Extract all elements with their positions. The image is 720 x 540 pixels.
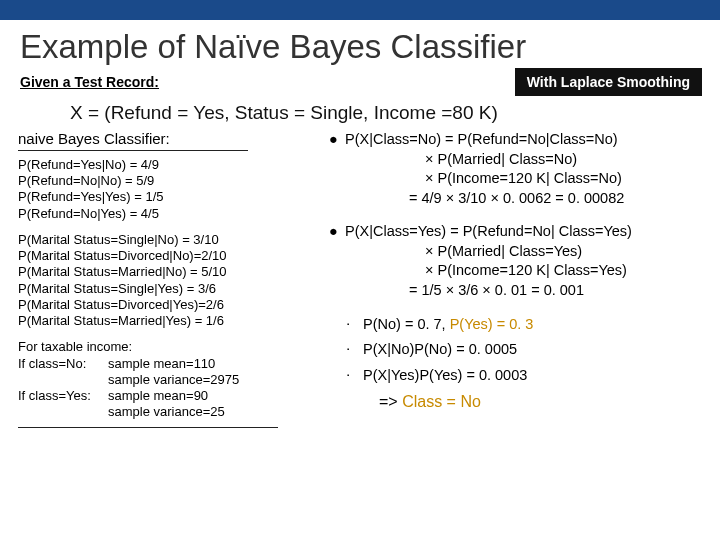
- refund-line: P(Refund=Yes|Yes) = 1/5: [18, 189, 323, 205]
- top-accent-bar: [0, 0, 720, 20]
- post-yes: P(X|Yes)P(Yes) = 0. 0003: [363, 366, 706, 386]
- income-yes-mean: sample mean=90: [108, 388, 225, 404]
- slide-root: Example of Naïve Bayes Classifier Given …: [0, 0, 720, 540]
- bullet-icon: ●: [329, 130, 345, 208]
- content-columns: naive Bayes Classifier: P(Refund=Yes|No)…: [0, 130, 720, 438]
- refund-line: P(Refund=No|Yes) = 4/5: [18, 206, 323, 222]
- marital-line: P(Marital Status=Single|No) = 3/10: [18, 232, 323, 248]
- prior-yes: P(Yes) = 0. 3: [450, 316, 534, 332]
- marital-line: P(Marital Status=Single|Yes) = 3/6: [18, 281, 323, 297]
- nb-header: naive Bayes Classifier:: [18, 130, 248, 151]
- right-column: ● P(X|Class=No) = P(Refund=No|Class=No) …: [323, 130, 706, 438]
- bullet-open-icon: ▪: [329, 340, 363, 360]
- marital-line: P(Marital Status=Divorced|No)=2/10: [18, 248, 323, 264]
- calc-yes-l2: × P(Married| Class=Yes): [345, 242, 706, 262]
- calc-no-l3: × P(Income=120 K| Class=No): [345, 169, 706, 189]
- calc-no-item: ● P(X|Class=No) = P(Refund=No|Class=No) …: [329, 130, 706, 208]
- calc-no-l1: P(X|Class=No) = P(Refund=No|Class=No): [345, 130, 706, 150]
- conclusion: => Class = No: [329, 391, 706, 413]
- income-header: For taxable income:: [18, 339, 323, 355]
- refund-line: P(Refund=Yes|No) = 4/9: [18, 157, 323, 173]
- income-yes-label: If class=Yes:: [18, 388, 108, 421]
- calc-yes-l4: = 1/5 × 3/6 × 0. 01 = 0. 001: [345, 281, 706, 301]
- bullet-open-icon: ▪: [329, 366, 363, 386]
- marital-line: P(Marital Status=Married|Yes) = 1/6: [18, 313, 323, 329]
- refund-line: P(Refund=No|No) = 5/9: [18, 173, 323, 189]
- post-no-item: ▪ P(X|No)P(No) = 0. 0005: [329, 340, 706, 360]
- calc-no-l2: × P(Married| Class=No): [345, 150, 706, 170]
- income-no-mean: sample mean=110: [108, 356, 239, 372]
- left-column: naive Bayes Classifier: P(Refund=Yes|No)…: [18, 130, 323, 438]
- test-record: X = (Refund = Yes, Status = Single, Inco…: [0, 96, 720, 130]
- income-no-var: sample variance=2975: [108, 372, 239, 388]
- income-yes-var: sample variance=25: [108, 404, 225, 420]
- income-block: For taxable income: If class=No: sample …: [18, 339, 323, 427]
- marital-line: P(Marital Status=Married|No) = 5/10: [18, 264, 323, 280]
- income-no-label: If class=No:: [18, 356, 108, 389]
- left-divider: [18, 427, 278, 428]
- calc-no-l4: = 4/9 × 3/10 × 0. 0062 = 0. 00082: [345, 189, 706, 209]
- calc-yes-l1: P(X|Class=Yes) = P(Refund=No| Class=Yes): [345, 222, 706, 242]
- calc-yes-item: ● P(X|Class=Yes) = P(Refund=No| Class=Ye…: [329, 222, 706, 300]
- conclusion-arrow: =>: [379, 393, 402, 410]
- slide-title: Example of Naïve Bayes Classifier: [0, 20, 720, 68]
- post-yes-item: ▪ P(X|Yes)P(Yes) = 0. 0003: [329, 366, 706, 386]
- smoothing-callout: With Laplace Smoothing: [515, 68, 702, 96]
- post-no: P(X|No)P(No) = 0. 0005: [363, 340, 706, 360]
- marital-line: P(Marital Status=Divorced|Yes)=2/6: [18, 297, 323, 313]
- refund-block: P(Refund=Yes|No) = 4/9 P(Refund=No|No) =…: [18, 157, 323, 222]
- bullet-icon: ●: [329, 222, 345, 300]
- priors-item: ▪ P(No) = 0. 7, P(Yes) = 0. 3: [329, 315, 706, 335]
- given-label: Given a Test Record:: [20, 74, 159, 90]
- conclusion-text: Class = No: [402, 393, 481, 410]
- calc-yes-l3: × P(Income=120 K| Class=Yes): [345, 261, 706, 281]
- marital-block: P(Marital Status=Single|No) = 3/10 P(Mar…: [18, 232, 323, 330]
- bullet-open-icon: ▪: [329, 315, 363, 335]
- subtitle-row: Given a Test Record: With Laplace Smooth…: [0, 68, 720, 96]
- prior-no: P(No) = 0. 7,: [363, 316, 450, 332]
